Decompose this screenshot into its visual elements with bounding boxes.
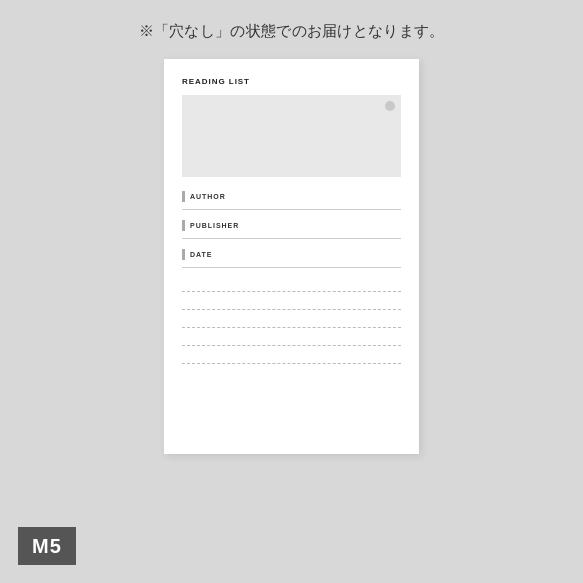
dotted-line-1 <box>182 291 401 292</box>
dotted-line-3 <box>182 327 401 328</box>
dotted-line-2 <box>182 309 401 310</box>
dotted-lines-section <box>182 286 401 369</box>
m5-badge: M5 <box>18 527 76 565</box>
card-title: READING LIST <box>182 77 401 86</box>
publisher-label: PUBLISHER <box>190 222 239 229</box>
placeholder-dot <box>385 101 395 111</box>
dotted-line-5 <box>182 363 401 364</box>
date-label: DATE <box>190 251 212 258</box>
author-field: AUTHOR <box>182 191 401 210</box>
date-line <box>182 267 401 268</box>
publisher-accent <box>182 220 185 231</box>
author-line <box>182 209 401 210</box>
dotted-line-4 <box>182 345 401 346</box>
top-notice-text: ※「穴なし」の状態でのお届けとなります。 <box>0 22 583 41</box>
book-image-placeholder <box>182 95 401 177</box>
publisher-line <box>182 238 401 239</box>
publisher-field: PUBLISHER <box>182 220 401 239</box>
author-accent <box>182 191 185 202</box>
date-accent <box>182 249 185 260</box>
author-label: AUTHOR <box>190 193 226 200</box>
reading-list-card: READING LIST AUTHOR PUBLISHER DATE <box>164 59 419 454</box>
date-field: DATE <box>182 249 401 268</box>
